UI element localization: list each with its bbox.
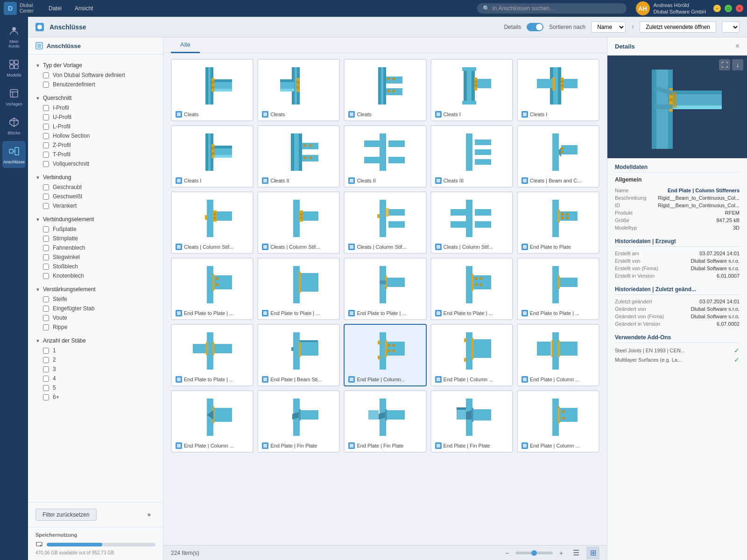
grid-item[interactable]: Cleats I (430, 59, 513, 121)
grid-item[interactable]: Cleats (257, 59, 340, 121)
zoom-minus-button[interactable]: − (502, 548, 512, 558)
minimize-button[interactable]: − (713, 5, 721, 12)
filter-item-hollow-section[interactable]: Hollow Section (28, 131, 163, 140)
grid-item[interactable]: Cleats | Column Stif... (344, 191, 426, 254)
grid-item-type-icon (262, 376, 268, 383)
filter-section-reinforce-header[interactable]: ▼ Verstärkungselement (28, 284, 163, 294)
recent-select[interactable] (722, 21, 740, 33)
grid-item[interactable]: Cleats | Column Stif... (430, 191, 513, 254)
grid-item[interactable]: End Plate | Beam Sti... (257, 324, 340, 386)
zoom-bar[interactable] (515, 552, 553, 554)
filter-section-type-header[interactable]: ▼ Typ der Vorlage (28, 60, 163, 70)
close-button[interactable]: × (736, 5, 743, 12)
grid-item[interactable]: End Plate | Fin Plate (430, 390, 513, 453)
filter-item-6plus[interactable]: 6+ (28, 392, 163, 402)
filter-item-stirnplatte[interactable]: Stirnplatte (28, 234, 163, 243)
grid-item[interactable]: End Plate | Column ... (171, 390, 254, 453)
filter-item-l-profil[interactable]: L-Profil (28, 122, 163, 131)
details-close-button[interactable]: × (735, 42, 740, 50)
filter-section-element-header[interactable]: ▼ Verbindungselement (28, 214, 163, 224)
sidebar-item-my-account[interactable]: Mein Konto (2, 21, 26, 52)
grid-item[interactable]: End Plate to Plate | ... (171, 258, 254, 320)
grid-item[interactable]: End Plate to Plate (517, 191, 599, 254)
filter-item-fussplatte[interactable]: Fußplatte (28, 224, 163, 234)
filter-reset-button[interactable]: Filter zurücksetzen (35, 509, 97, 521)
grid-item[interactable]: End Plate to Plate | ... (517, 258, 599, 320)
grid-item[interactable]: Cleats | Column Stif... (171, 191, 254, 254)
grid-item[interactable]: End Plate to Plate | ... (257, 258, 340, 320)
grid-item-name: End Plate | Column ... (530, 443, 580, 448)
svg-point-47 (387, 90, 390, 92)
menu-ansicht[interactable]: Ansicht (69, 3, 99, 14)
filter-item-stosblech[interactable]: Stoßblech (28, 262, 163, 271)
grid-item[interactable]: End Plate | Column... (344, 324, 426, 386)
grid-view-button[interactable]: ⊞ (586, 546, 599, 560)
grid-item[interactable]: End Plate | Column ... (430, 324, 513, 386)
grid-item[interactable]: End Plate to Plate | ... (430, 258, 513, 320)
sidebar-item-models[interactable]: Modelle (2, 54, 26, 81)
filter-section-count-header[interactable]: ▼ Anzahl der Stäbe (28, 336, 163, 346)
grid-item[interactable]: Cleats II (257, 125, 340, 188)
filter-item-fahnenblech[interactable]: Fahnenblech (28, 243, 163, 252)
addon-row-steel: Steel Joints | EN 1993 | CEN... ✓ (615, 347, 740, 354)
recent-open-button[interactable]: Zuletzt verwendete öffnen (640, 21, 716, 33)
maximize-button[interactable]: □ (725, 5, 732, 12)
svg-rect-149 (263, 311, 267, 315)
filter-section-cross-header[interactable]: ▼ Querschnitt (28, 93, 163, 103)
preview-download-button[interactable]: ↓ (732, 59, 743, 70)
filter-item-geschraubt[interactable]: Geschraubt (28, 182, 163, 192)
filter-item-stegwinkel[interactable]: Stegwinkel (28, 252, 163, 262)
preview-expand-button[interactable]: ⛶ (719, 59, 730, 70)
details-toggle[interactable] (527, 23, 543, 31)
grid-item[interactable]: Cleats (344, 59, 426, 121)
grid-item-image (175, 328, 250, 374)
grid-item[interactable]: End Plate | Column ... (517, 324, 599, 386)
grid-item[interactable]: Cleats I (517, 59, 599, 121)
zoom-plus-button[interactable]: + (557, 548, 566, 558)
grid-item[interactable]: End Plate | Fin Plate (344, 390, 426, 453)
menu-datei[interactable]: Datei (43, 3, 67, 14)
filter-item-eingefuegter[interactable]: Eingefügter Stab (28, 304, 163, 313)
grid-item[interactable]: Cleats | Column Stif... (257, 191, 340, 254)
filter-item-4[interactable]: 4 (28, 374, 163, 383)
sort-direction-button[interactable]: ↑ (631, 24, 634, 30)
grid-item[interactable]: End Plate to Plate | ... (171, 324, 254, 386)
filter-item-knotenblech[interactable]: Knotenblech (28, 271, 163, 280)
filter-item-3[interactable]: 3 (28, 364, 163, 374)
sort-select[interactable]: Name Datum Größe (591, 21, 626, 33)
grid-item-type-icon (521, 111, 528, 118)
tab-all[interactable]: Alle (171, 37, 200, 53)
grid-item[interactable]: Cleats I (171, 125, 254, 188)
filter-item-z-profil[interactable]: Z-Profil (28, 140, 163, 150)
filter-item-dlubal-defined[interactable]: Von Dlubal Software definiert (28, 70, 163, 80)
favorite-button[interactable]: ★ (142, 508, 155, 521)
grid-item[interactable]: Cleats | Beam and C... (517, 125, 599, 188)
filter-item-rippe[interactable]: Rippe (28, 322, 163, 332)
sidebar-item-connections[interactable]: Anschlüsse (2, 141, 26, 168)
grid-item[interactable]: Cleats II (344, 125, 426, 188)
filter-item-t-profil[interactable]: T-Profil (28, 150, 163, 159)
grid-item[interactable]: Cleats III (430, 125, 513, 188)
sidebar-item-blocks[interactable]: Blöcke (2, 112, 26, 139)
filter-item-verankert[interactable]: Verankert (28, 201, 163, 210)
svg-rect-76 (211, 144, 214, 158)
grid-item[interactable]: End Plate | Column ... (517, 390, 599, 453)
filter-item-2[interactable]: 2 (28, 355, 163, 364)
list-view-button[interactable]: ☰ (570, 546, 583, 560)
filter-item-user-defined[interactable]: Benutzerdefiniert (28, 80, 163, 89)
filter-item-vollquer[interactable]: Vollquerschnitt (28, 159, 163, 168)
sidebar-item-templates[interactable]: Vorlagen (2, 83, 26, 110)
grid-item[interactable]: End Plate to Plate | ... (344, 258, 426, 320)
filter-item-voute[interactable]: Voute (28, 313, 163, 322)
filter-item-steife[interactable]: Steife (28, 294, 163, 304)
grid-item[interactable]: Cleats (171, 59, 254, 121)
filter-item-1[interactable]: 1 (28, 346, 163, 355)
grid-item-name: Cleats | Beam and C... (530, 178, 581, 183)
search-input[interactable] (493, 5, 621, 12)
filter-item-5[interactable]: 5 (28, 383, 163, 392)
filter-item-i-profil[interactable]: I-Profil (28, 103, 163, 112)
filter-item-geschweisst[interactable]: Geschweißt (28, 192, 163, 201)
filter-item-u-profil[interactable]: U-Profil (28, 112, 163, 122)
filter-section-connection-header[interactable]: ▼ Verbindung (28, 172, 163, 182)
grid-item[interactable]: End Plate | Fin Plate (257, 390, 340, 453)
